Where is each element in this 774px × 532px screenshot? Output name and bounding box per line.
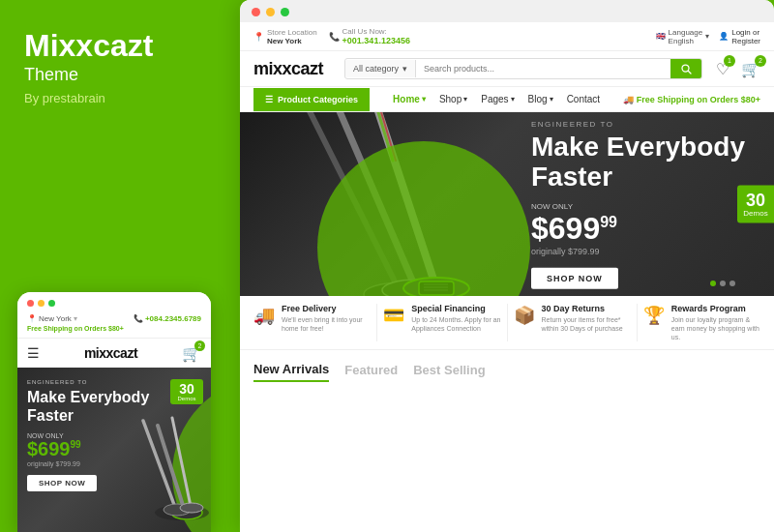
feature-divider-2 bbox=[507, 304, 508, 341]
mobile-cart-badge: 2 bbox=[194, 340, 205, 351]
mobile-free-shipping: Free Shipping on Orders $80+ bbox=[27, 325, 201, 332]
tab-best-selling[interactable]: Best Selling bbox=[413, 363, 485, 381]
brand-author: By prestabrain bbox=[24, 91, 216, 105]
browser-dot-green bbox=[281, 8, 289, 16]
demos-label: Demos bbox=[741, 209, 770, 218]
hero-content: ENGINEERED TO Make Everybody Faster NOW … bbox=[531, 120, 745, 289]
mobile-hero-tag: ENGINEERED TO bbox=[27, 379, 201, 385]
trophy-icon: 🏆 bbox=[643, 305, 665, 326]
search-area: All category ▾ bbox=[344, 58, 702, 79]
mobile-phone: 📞 +084.2345.6789 bbox=[134, 314, 201, 323]
mobile-hero-price: $69999 bbox=[27, 439, 201, 458]
category-label: All category bbox=[353, 64, 399, 74]
nav-links: Home▾ Shop▾ Pages▾ Blog▾ Contact bbox=[393, 87, 600, 111]
feature-delivery-title: Free Delivery bbox=[282, 304, 371, 313]
store-navbar: ☰ Product Categories Home▾ Shop▾ Pages▾ … bbox=[240, 87, 774, 112]
nav-blog[interactable]: Blog▾ bbox=[528, 94, 553, 104]
brand-title: Mixxcazt bbox=[24, 29, 216, 63]
store-loc-val: New York bbox=[267, 37, 317, 45]
cart-icon[interactable]: 🛒 2 bbox=[741, 60, 760, 78]
hero-title: Make Everybody Faster bbox=[531, 133, 745, 192]
feature-rewards: 🏆 Rewards Program Join our loyalty progr… bbox=[643, 304, 760, 341]
wishlist-badge: 1 bbox=[724, 55, 735, 67]
wishlist-cart: ♡ 1 🛒 2 bbox=[716, 60, 760, 78]
hero-shop-btn[interactable]: SHOP NOW bbox=[531, 267, 618, 288]
category-chevron-icon: ▾ bbox=[402, 64, 407, 74]
feature-financing-desc: Up to 24 Months. Apply for an Appliances… bbox=[411, 315, 500, 333]
nav-home[interactable]: Home▾ bbox=[393, 94, 426, 104]
location-pin-icon: 📍 bbox=[253, 32, 264, 42]
mobile-hamburger-icon: ☰ bbox=[27, 345, 40, 361]
feature-financing: 💳 Special Financing Up to 24 Months. App… bbox=[383, 304, 500, 333]
feature-free-delivery: 🚚 Free Delivery We'll even bring it into… bbox=[253, 304, 371, 333]
nav-contact[interactable]: Contact bbox=[567, 94, 600, 104]
left-panel: Mixxcazt Theme By prestabrain 📍 New York… bbox=[0, 0, 240, 532]
category-dropdown[interactable]: All category ▾ bbox=[345, 60, 416, 77]
feature-divider-3 bbox=[637, 304, 638, 341]
store-phone: 📞 Call Us Now: +001.341.123456 bbox=[329, 27, 410, 45]
feature-rewards-desc: Join our loyalty program & earn money by… bbox=[671, 315, 760, 341]
mobile-loc-val: New York bbox=[39, 314, 72, 323]
mobile-mockup: 📍 New York ▾ 📞 +084.2345.6789 Free Shipp… bbox=[17, 292, 211, 532]
feature-divider-1 bbox=[376, 304, 377, 341]
store-login[interactable]: 👤 Login or Register bbox=[719, 28, 760, 45]
categories-button[interactable]: ☰ Product Categories bbox=[253, 88, 370, 111]
product-tabs: New Arrivals Featured Best Selling bbox=[240, 350, 774, 390]
store-searchbar: mixxcazt All category ▾ ♡ 1 🛒 2 bbox=[240, 51, 774, 87]
search-button[interactable] bbox=[670, 59, 701, 78]
topbar-right: 🇬🇧 Language English ▾ 👤 Login or Registe… bbox=[656, 28, 760, 45]
feature-returns: 📦 30 Day Returns Return your items for f… bbox=[514, 304, 631, 333]
nav-shipping: 🚚 Free Shipping on Orders $80+ bbox=[623, 95, 760, 104]
svg-line-8 bbox=[688, 71, 691, 74]
mobile-hero: ENGINEERED TO Make Everybody Faster NOW … bbox=[17, 368, 211, 532]
mobile-hero-title: Make Everybody Faster bbox=[27, 388, 201, 425]
tab-new-arrivals[interactable]: New Arrivals bbox=[253, 362, 329, 382]
mobile-header-bar: 📍 New York ▾ 📞 +084.2345.6789 Free Shipp… bbox=[17, 310, 211, 339]
browser-dot-yellow bbox=[266, 8, 275, 16]
feature-rewards-title: Rewards Program bbox=[671, 304, 760, 313]
svg-point-6 bbox=[180, 503, 203, 513]
hero-price-label: NOW ONLY bbox=[531, 201, 745, 210]
search-input[interactable] bbox=[416, 60, 670, 77]
pin-icon: 📍 bbox=[27, 314, 37, 323]
nav-pages[interactable]: Pages▾ bbox=[481, 94, 514, 104]
cart-badge: 2 bbox=[755, 55, 766, 67]
store-hero: ENGINEERED TO Make Everybody Faster NOW … bbox=[240, 112, 774, 296]
lang-chevron-icon: ▾ bbox=[705, 32, 709, 41]
nav-shop[interactable]: Shop▾ bbox=[439, 94, 467, 104]
mobile-orig-price: originally $799.99 bbox=[27, 460, 201, 467]
phone-topbar-icon: 📞 bbox=[329, 32, 340, 42]
store-location: 📍 Store Location New York bbox=[253, 28, 317, 45]
browser-dot-red bbox=[252, 8, 260, 16]
call-label: Call Us Now: bbox=[342, 27, 410, 36]
feature-returns-title: 30 Day Returns bbox=[542, 304, 631, 313]
feature-returns-desc: Return your items for free* within 30 Da… bbox=[542, 315, 631, 333]
tab-featured[interactable]: Featured bbox=[344, 363, 398, 381]
store-phone-num: +001.341.123456 bbox=[342, 36, 410, 45]
mobile-top-bar bbox=[17, 292, 211, 310]
mobile-phone-num: +084.2345.6789 bbox=[145, 314, 201, 323]
mobile-logo: mixxcazt bbox=[84, 345, 137, 361]
feature-financing-title: Special Financing bbox=[411, 304, 500, 313]
mobile-location-row: 📍 New York ▾ 📞 +084.2345.6789 bbox=[27, 314, 201, 323]
brand-sub: Theme bbox=[24, 65, 216, 85]
browser-chrome bbox=[240, 0, 774, 22]
mobile-logo-text: mixxcazt bbox=[84, 345, 137, 361]
demos-num: 30 bbox=[741, 192, 770, 209]
menu-icon: ☰ bbox=[265, 95, 273, 104]
mobile-nav: ☰ mixxcazt 🛒 2 bbox=[17, 339, 211, 368]
hero-price: $69999 bbox=[531, 212, 745, 243]
mobile-cart[interactable]: 🛒 2 bbox=[182, 344, 201, 362]
store-topbar: 📍 Store Location New York 📞 Call Us Now:… bbox=[240, 22, 774, 51]
store-language[interactable]: 🇬🇧 Language English ▾ bbox=[656, 28, 710, 45]
store-loc-label: Store Location bbox=[267, 28, 317, 37]
truck-icon: 🚚 bbox=[253, 305, 275, 326]
box-icon: 📦 bbox=[514, 305, 535, 326]
flag-icon: 🇬🇧 bbox=[656, 32, 666, 41]
wishlist-icon[interactable]: ♡ 1 bbox=[716, 60, 729, 78]
right-panel: 📍 Store Location New York 📞 Call Us Now:… bbox=[240, 0, 774, 532]
dot-yellow bbox=[38, 300, 45, 307]
hero-tag: ENGINEERED TO bbox=[531, 120, 745, 129]
mobile-shop-btn[interactable]: SHOP NOW bbox=[27, 475, 97, 491]
phone-icon: 📞 bbox=[134, 314, 143, 323]
